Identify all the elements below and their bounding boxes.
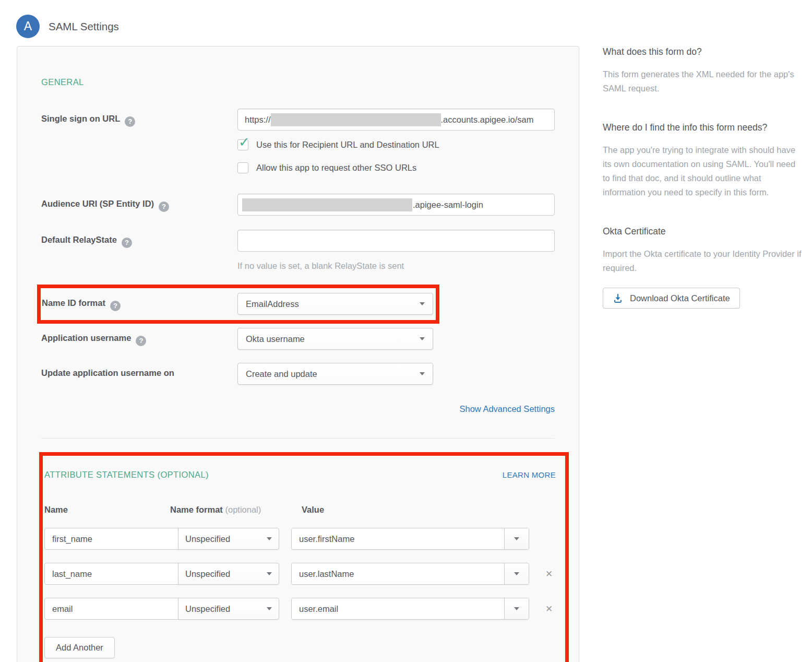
learn-more-link[interactable]: LEARN MORE — [503, 470, 556, 479]
help-icon[interactable] — [159, 202, 169, 212]
sidebar-heading: Where do I find the info this form needs… — [603, 122, 802, 133]
relay-state-label: Default RelayState — [41, 230, 237, 248]
attr-name-input[interactable]: first_name — [44, 528, 178, 550]
sso-url-suffix: .accounts.apigee.io/sam — [441, 115, 534, 125]
attr-value-combo: user.firstName — [291, 528, 529, 550]
app-username-label: Application username — [41, 328, 237, 346]
attr-value-dropdown-button[interactable] — [504, 598, 529, 619]
section-divider — [41, 438, 555, 439]
attr-value-combo: user.email — [291, 598, 529, 620]
attribute-statements-title: ATTRIBUTE STATEMENTS (OPTIONAL) — [44, 470, 209, 480]
attr-format-select[interactable]: Unspecified — [178, 598, 279, 620]
relay-state-hint: If no value is set, a blank RelayState i… — [237, 261, 555, 271]
audience-uri-input[interactable]: .apigee-saml-login — [237, 194, 555, 216]
sidebar-heading: What does this form do? — [603, 46, 802, 57]
redacted-text — [242, 198, 412, 211]
attr-format-select[interactable]: Unspecified — [178, 563, 279, 585]
sidebar-body: Import the Okta certificate to your Iden… — [603, 247, 802, 275]
help-sidebar: What does this form do? This form genera… — [603, 46, 802, 309]
saml-settings-panel: GENERAL Single sign on URL https:// .acc… — [17, 46, 579, 662]
other-sso-checkbox-row: Allow this app to request other SSO URLs — [237, 162, 555, 173]
chevron-down-icon — [514, 572, 519, 575]
chevron-down-icon — [420, 372, 425, 375]
step-a-badge: A — [16, 15, 40, 38]
update-username-label: Update application username on — [41, 363, 237, 378]
audience-uri-suffix: .apigee-saml-login — [413, 200, 483, 210]
chevron-down-icon — [267, 607, 272, 610]
update-username-select[interactable]: Create and update — [237, 363, 433, 385]
help-icon[interactable] — [136, 336, 146, 346]
name-id-format-select[interactable]: EmailAddress — [237, 293, 433, 315]
checkmark-icon: ✓ — [238, 135, 250, 149]
general-section-title: GENERAL — [41, 77, 555, 87]
sso-url-row: Single sign on URL https:// .accounts.ap… — [41, 109, 555, 131]
recipient-url-checkbox-label: Use this for Recipient URL and Destinati… — [256, 140, 439, 150]
attribute-column-headers: Name Name format (optional) Value — [44, 505, 556, 515]
name-id-format-highlight-box: Name ID format EmailAddress — [37, 285, 439, 324]
other-sso-checkbox[interactable] — [237, 162, 248, 173]
show-advanced-settings-link[interactable]: Show Advanced Settings — [459, 404, 555, 413]
attr-name-input[interactable]: email — [44, 598, 178, 620]
sso-url-label: Single sign on URL — [41, 109, 237, 127]
column-header-format: Name format (optional) — [170, 505, 302, 515]
name-id-format-row: Name ID format EmailAddress — [42, 293, 433, 315]
other-sso-checkbox-label: Allow this app to request other SSO URLs — [256, 163, 416, 173]
delete-row-button[interactable]: ✕ — [545, 605, 553, 613]
relay-state-input[interactable] — [237, 230, 555, 252]
audience-uri-label: Audience URI (SP Entity ID) — [41, 194, 237, 212]
chevron-down-icon — [267, 572, 272, 575]
sidebar-body: This form generates the XML needed for t… — [603, 67, 802, 96]
add-another-button[interactable]: Add Another — [44, 637, 115, 658]
attribute-row: first_name Unspecified user.firstName — [44, 528, 556, 550]
attr-value-input[interactable]: user.email — [292, 598, 504, 619]
download-certificate-button[interactable]: Download Okta Certificate — [603, 288, 740, 309]
attribute-row: last_name Unspecified user.lastName ✕ — [44, 563, 556, 585]
chevron-down-icon — [420, 302, 425, 305]
relay-state-row: Default RelayState — [41, 230, 555, 252]
attr-value-combo: user.lastName — [291, 563, 529, 585]
attr-name-input[interactable]: last_name — [44, 563, 178, 585]
page-title: SAML Settings — [49, 20, 119, 33]
audience-uri-row: Audience URI (SP Entity ID) .apigee-saml… — [41, 194, 555, 216]
update-username-row: Update application username on Create an… — [41, 363, 555, 385]
help-icon[interactable] — [110, 301, 121, 311]
chevron-down-icon — [514, 537, 519, 540]
chevron-down-icon — [514, 607, 519, 610]
redacted-text — [271, 113, 441, 126]
column-header-value: Value — [302, 505, 324, 515]
name-id-format-label: Name ID format — [42, 293, 237, 311]
sso-url-prefix: https:// — [245, 115, 271, 125]
chevron-down-icon — [420, 337, 425, 340]
attribute-statements-highlight-box: ATTRIBUTE STATEMENTS (OPTIONAL) LEARN MO… — [39, 452, 569, 662]
help-icon[interactable] — [122, 238, 132, 248]
attr-value-dropdown-button[interactable] — [504, 563, 529, 584]
recipient-url-checkbox[interactable]: ✓ — [237, 139, 248, 150]
attr-value-input[interactable]: user.firstName — [292, 528, 504, 549]
column-header-name: Name — [44, 505, 170, 515]
page-header: A SAML Settings — [0, 0, 812, 46]
attr-format-select[interactable]: Unspecified — [178, 528, 279, 550]
chevron-down-icon — [267, 537, 272, 540]
attr-value-dropdown-button[interactable] — [504, 528, 529, 549]
help-icon[interactable] — [125, 116, 135, 127]
sidebar-heading: Okta Certificate — [603, 226, 802, 237]
app-username-row: Application username Okta username — [41, 328, 555, 350]
app-username-select[interactable]: Okta username — [237, 328, 433, 350]
download-icon — [613, 293, 623, 303]
attribute-row: email Unspecified user.email ✕ — [44, 598, 556, 620]
attr-value-input[interactable]: user.lastName — [292, 563, 504, 584]
sidebar-body: The app you're trying to integrate with … — [603, 143, 802, 199]
recipient-url-checkbox-row: ✓ Use this for Recipient URL and Destina… — [237, 139, 555, 150]
delete-row-button[interactable]: ✕ — [545, 570, 553, 578]
sso-url-input[interactable]: https:// .accounts.apigee.io/sam — [237, 109, 555, 131]
